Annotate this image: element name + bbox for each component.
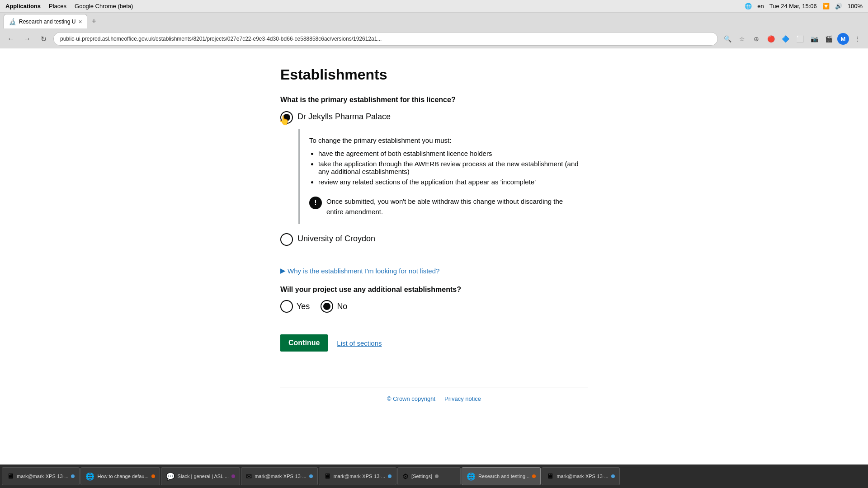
taskbar-item-6[interactable]: 🌐 Research and testing...	[462, 467, 541, 485]
form-actions: Continue List of sections	[280, 334, 588, 352]
taskbar-dot-6	[532, 474, 536, 478]
radio-no-label: No	[337, 302, 347, 311]
expand-establishments-link[interactable]: ▶ Why is the establishment I'm looking f…	[280, 267, 588, 275]
radio-jekylls[interactable]	[280, 111, 293, 124]
warning-box: ! Once submitted, you won't be able with…	[309, 193, 579, 217]
info-box-list: have the agreement of both establishment…	[318, 150, 579, 186]
reload-button[interactable]: ↻	[37, 33, 50, 45]
url-bar[interactable]: public-ui.preprod.asl.homeoffice.gov.uk/…	[53, 32, 718, 46]
places-menu[interactable]: Places	[49, 3, 66, 9]
taskbar-dot-7	[611, 474, 615, 478]
extension-icon-6[interactable]: 🎬	[823, 33, 835, 45]
establishment-option-jekylls[interactable]: 👆 Dr Jekylls Pharma Palace	[280, 111, 588, 124]
forward-button[interactable]: →	[21, 33, 33, 45]
expand-arrow-icon: ▶	[280, 267, 286, 275]
page-title: Establishments	[280, 66, 588, 83]
url-text: public-ui.preprod.asl.homeoffice.gov.uk/…	[60, 36, 382, 42]
extension-icon-1[interactable]: ⊕	[750, 33, 762, 45]
page-content: Establishments What is the primary estab…	[0, 48, 868, 466]
taskbar-label-1: How to change defau...	[97, 474, 148, 479]
privacy-notice-link[interactable]: Privacy notice	[444, 395, 481, 402]
taskbar-dot-3	[309, 474, 313, 478]
main-content: Establishments What is the primary estab…	[271, 48, 597, 429]
list-sections-link[interactable]: List of sections	[337, 339, 382, 347]
taskbar-label-3: mark@mark-XPS-13-...	[255, 474, 306, 479]
address-bar: ← → ↻ public-ui.preprod.asl.homeoffice.g…	[0, 30, 868, 48]
browser-chrome: 🔬 Research and testing U × + ← → ↻ publi…	[0, 13, 868, 48]
back-button[interactable]: ←	[5, 33, 17, 45]
taskbar-item-4[interactable]: 🖥 mark@mark-XPS-13-...	[319, 467, 396, 485]
taskbar-item-3[interactable]: ✉ mark@mark-XPS-13-...	[241, 467, 317, 485]
system-tray: 🌐 en Tue 24 Mar, 15:06 🔽 🔊 100%	[745, 3, 863, 9]
taskbar-label-2: Slack | general | ASL ...	[178, 474, 229, 479]
primary-change-info-box: To change the primary establishment you …	[298, 129, 588, 224]
taskbar-icon-3: ✉	[246, 472, 252, 481]
taskbar-icon-1: 🌐	[85, 472, 94, 481]
os-topbar: Applications Places Google Chrome (beta)…	[0, 0, 868, 13]
taskbar-icon-7: 🖥	[547, 472, 554, 480]
chrome-menu[interactable]: Google Chrome (beta)	[75, 3, 133, 9]
establishment-croydon-label: University of Croydon	[297, 233, 375, 244]
establishment-option-croydon[interactable]: University of Croydon	[280, 233, 588, 246]
establishment-jekylls-label: Dr Jekylls Pharma Palace	[297, 111, 391, 122]
datetime: Tue 24 Mar, 15:06	[769, 3, 817, 9]
continue-button[interactable]: Continue	[280, 334, 328, 352]
taskbar-label-5: [Settings]	[411, 474, 432, 479]
copyright-link[interactable]: © Crown copyright	[387, 395, 435, 402]
primary-establishment-question: What is the primary establishment for th…	[280, 96, 588, 104]
taskbar-icon-4: 🖥	[324, 472, 331, 480]
taskbar-icon-0: 🖥	[7, 472, 14, 480]
warning-message: Once submitted, you won't be able withdr…	[326, 197, 579, 217]
taskbar-label-6: Research and testing...	[478, 474, 529, 479]
taskbar-dot-2	[231, 474, 235, 478]
radio-yes-label: Yes	[297, 302, 310, 311]
taskbar-label-7: mark@mark-XPS-13-...	[557, 474, 608, 479]
taskbar-dot-4	[388, 474, 392, 478]
info-box-intro: To change the primary establishment you …	[309, 136, 579, 144]
search-icon[interactable]: 🔍	[722, 33, 733, 45]
taskbar-item-2[interactable]: 💬 Slack | general | ASL ...	[161, 467, 241, 485]
tab-title: Research and testing U	[19, 19, 75, 25]
taskbar-dot-1	[151, 474, 155, 478]
battery-level: 100%	[848, 3, 863, 9]
bookmark-icon[interactable]: ☆	[736, 33, 748, 45]
additional-establishments-question: Will your project use any additional est…	[280, 286, 588, 294]
tab-bar: 🔬 Research and testing U × +	[0, 13, 868, 30]
info-item-1: have the agreement of both establishment…	[318, 150, 579, 157]
radio-croydon[interactable]	[280, 233, 293, 246]
new-tab-button[interactable]: +	[89, 17, 99, 26]
info-item-2: take the application through the AWERB r…	[318, 160, 579, 175]
extension-icon-2[interactable]: 🔴	[765, 33, 777, 45]
taskbar-item-0[interactable]: 🖥 mark@mark-XPS-13-...	[2, 467, 80, 485]
radio-no[interactable]	[321, 300, 333, 313]
taskbar-dot-0	[71, 474, 75, 478]
taskbar-label-0: mark@mark-XPS-13-...	[17, 474, 68, 479]
extension-icon-5[interactable]: 📷	[808, 33, 820, 45]
more-options-button[interactable]: ⋮	[852, 33, 863, 45]
additional-yes-option[interactable]: Yes	[280, 300, 310, 313]
taskbar-icon-2: 💬	[166, 472, 175, 481]
taskbar-item-1[interactable]: 🌐 How to change defau...	[80, 467, 160, 485]
radio-yes[interactable]	[280, 300, 293, 313]
volume-icon: 🔊	[835, 3, 842, 9]
tab-favicon: 🔬	[9, 18, 16, 25]
active-tab[interactable]: 🔬 Research and testing U ×	[4, 14, 87, 28]
os-menu[interactable]: Applications Places Google Chrome (beta)	[5, 3, 133, 9]
taskbar-item-5[interactable]: ⚙ [Settings]	[397, 467, 461, 485]
browser-toolbar-icons: 🔍 ☆ ⊕ 🔴 🔷 ⬜ 📷 🎬 M ⋮	[722, 33, 863, 45]
info-item-3: review any related sections of the appli…	[318, 178, 579, 186]
additional-no-option[interactable]: No	[321, 300, 347, 313]
taskbar-label-4: mark@mark-XPS-13-...	[334, 474, 385, 479]
network-icon: 🔽	[822, 3, 830, 9]
warning-icon: !	[309, 197, 322, 209]
radio-jekylls-wrapper: 👆	[280, 111, 293, 124]
tab-close-button[interactable]: ×	[78, 18, 82, 25]
taskbar-dot-5	[435, 474, 439, 478]
extension-icon-3[interactable]: 🔷	[779, 33, 791, 45]
taskbar: 🖥 mark@mark-XPS-13-... 🌐 How to change d…	[0, 465, 868, 488]
additional-establishments-section: Will your project use any additional est…	[280, 286, 588, 313]
taskbar-item-7[interactable]: 🖥 mark@mark-XPS-13-...	[542, 467, 619, 485]
profile-button[interactable]: M	[837, 33, 849, 45]
extension-icon-4[interactable]: ⬜	[794, 33, 806, 45]
applications-menu[interactable]: Applications	[5, 3, 41, 9]
